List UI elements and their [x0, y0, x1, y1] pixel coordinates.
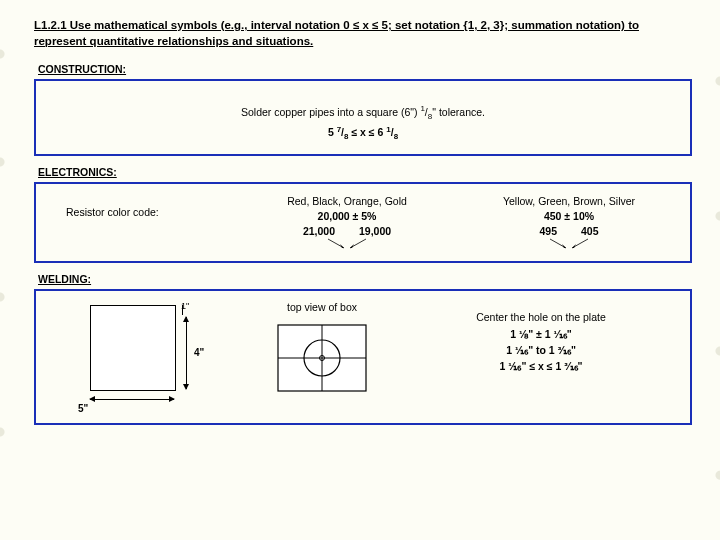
ineq-right-bot: 8 [394, 132, 398, 141]
weld-line1: Center the hole on the plate [402, 309, 680, 325]
ineq-right-top: 1 [386, 124, 390, 133]
square-icon [90, 305, 176, 391]
nominal-1: 20,000 ± 5% [236, 209, 458, 224]
weld-line4: 1 ¹⁄₁₆" ≤ x ≤ 1 ³⁄₁₆" [402, 358, 680, 374]
ineq-left-whole: 5 [328, 126, 334, 138]
section-label-welding: WELDING: [38, 273, 692, 285]
resistor-col-1: Red, Black, Orange, Gold 20,000 ± 5% 21,… [236, 192, 458, 252]
ineq-left-top: 7 [337, 124, 341, 133]
ineq-mid: ≤ x ≤ 6 [348, 126, 386, 138]
dim-4in: 4" [194, 347, 204, 358]
dim5-arrow-icon [90, 399, 174, 400]
weld-line3: 1 ¹⁄₁₆" to 1 ³⁄₁₆" [402, 342, 680, 358]
converge-arrows-icon [534, 237, 604, 251]
resistor-label: Resistor color code: [46, 192, 236, 218]
weld-line2: 1 ¹⁄₈" ± 1 ¹⁄₁₆" [402, 326, 680, 342]
cons-line1-pre: Solder copper pipes into a square (6") [241, 106, 420, 118]
welding-text: Center the hole on the plate 1 ¹⁄₈" ± 1 … [402, 299, 680, 374]
colors-1: Red, Black, Orange, Gold [236, 194, 458, 209]
panel-construction: Solder copper pipes into a square (6") 1… [34, 79, 692, 156]
panel-welding: 1" 4" 5" top view of box Center the hole… [34, 289, 692, 425]
dim-1in: 1" [181, 301, 189, 311]
dim-5in: 5" [78, 403, 88, 414]
dim1-tick [175, 305, 177, 315]
topview-label: top view of box [242, 301, 402, 313]
panel-electronics: Resistor color code: Red, Black, Orange,… [34, 182, 692, 264]
cons-line1-post: " tolerance. [432, 106, 485, 118]
section-label-construction: CONSTRUCTION: [38, 63, 692, 75]
topview-block: top view of box [242, 299, 402, 397]
plate-crosshair-icon [272, 319, 372, 397]
resistor-col-2: Yellow, Green, Brown, Silver 450 ± 10% 4… [458, 192, 680, 252]
section-label-electronics: ELECTRONICS: [38, 166, 692, 178]
page: L1.2.1 Use mathematical symbols (e.g., i… [0, 0, 720, 449]
colors-2: Yellow, Green, Brown, Silver [458, 194, 680, 209]
construction-text: Solder copper pipes into a square (6") 1… [46, 103, 680, 144]
dim4-arrow-icon [186, 317, 187, 389]
converge-arrows-icon [312, 237, 382, 251]
square-dimension-diagram: 1" 4" 5" [72, 299, 242, 409]
cons-frac-top: 1 [420, 104, 424, 113]
nominal-2: 450 ± 10% [458, 209, 680, 224]
standard-title: L1.2.1 Use mathematical symbols (e.g., i… [34, 18, 692, 49]
